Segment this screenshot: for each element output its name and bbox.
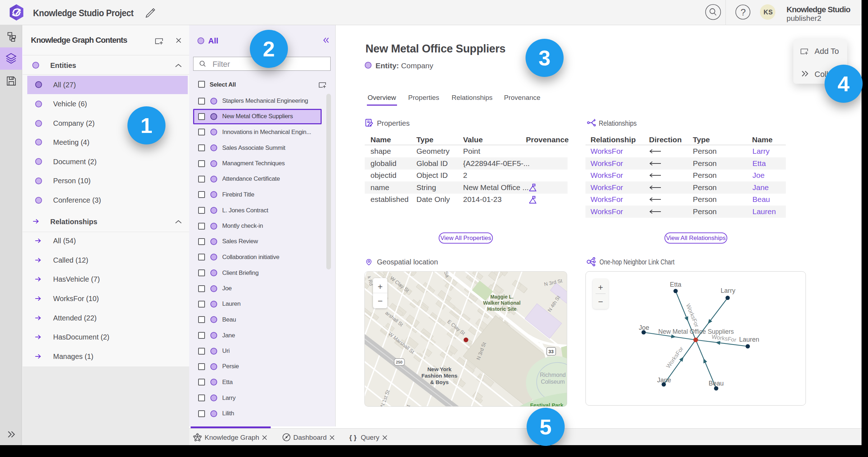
svg-text:33: 33 [549, 349, 554, 354]
svg-text:Historic Site: Historic Site [487, 306, 517, 312]
svg-text:New Metal Office Suppliers: New Metal Office Suppliers [658, 328, 734, 335]
svg-text:Lauren: Lauren [739, 336, 759, 343]
svg-text:New York: New York [428, 366, 452, 372]
svg-text:Richmond: Richmond [540, 372, 566, 378]
svg-text:250: 250 [396, 360, 402, 364]
svg-text:Fashion Mens: Fashion Mens [421, 373, 457, 379]
svg-text:Beau: Beau [709, 380, 724, 387]
svg-text:Festival Park: Festival Park [530, 402, 564, 407]
svg-text:Coliseum: Coliseum [541, 379, 565, 385]
svg-text:Etta: Etta [670, 281, 682, 288]
svg-text:Walker National: Walker National [483, 300, 521, 306]
svg-text:Larry: Larry [720, 287, 735, 294]
svg-text:Maggie L.: Maggie L. [490, 294, 514, 300]
svg-text:Joe: Joe [639, 324, 649, 331]
svg-text:& Boys: & Boys [430, 379, 449, 385]
svg-text:Jane: Jane [657, 377, 671, 384]
